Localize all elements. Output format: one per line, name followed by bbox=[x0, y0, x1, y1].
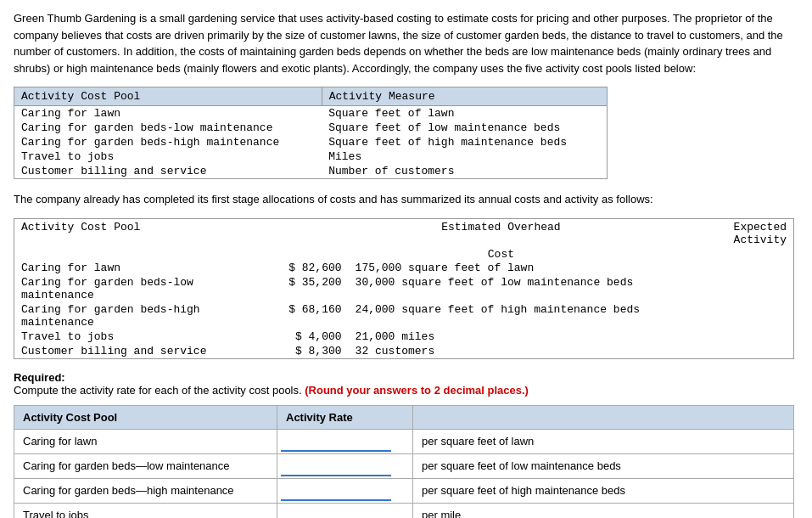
activity-rate-input-2[interactable] bbox=[281, 481, 391, 501]
activity-rate-input-1[interactable] bbox=[281, 456, 391, 476]
table-row: Caring for garden beds-low maintenance $… bbox=[14, 275, 794, 302]
table-row: Travel to jobsMiles bbox=[14, 149, 608, 164]
unit-cell-0: per square feet of lawn bbox=[413, 429, 794, 453]
required-text: Compute the activity rate for each of th… bbox=[14, 384, 302, 397]
activity-cost-pool-table: Activity Cost Pool Activity Measure Cari… bbox=[14, 87, 608, 179]
pool-cell-2: Caring for garden beds—high maintenance bbox=[14, 478, 277, 503]
unit-cell-2: per square feet of high maintenance beds bbox=[413, 478, 794, 503]
table-row: Caring for garden beds-low maintenanceSq… bbox=[14, 121, 608, 135]
required-label: Required: bbox=[14, 371, 65, 384]
table-row: Caring for garden beds-high maintenance … bbox=[14, 302, 794, 329]
table1-header-pool: Activity Cost Pool bbox=[14, 87, 322, 106]
table-row: Caring for garden beds—high maintenance … bbox=[14, 478, 794, 503]
table1-header-measure: Activity Measure bbox=[322, 87, 607, 106]
table-row: Caring for lawn $ 82,600 175,000 square … bbox=[14, 261, 794, 275]
estimated-overhead-table: Activity Cost Pool Estimated Overhead Ex… bbox=[14, 218, 794, 359]
required-section: Required: Compute the activity rate for … bbox=[14, 371, 798, 397]
unit-cell-1: per square feet of low maintenance beds bbox=[413, 453, 794, 478]
rate-input-cell-3[interactable] bbox=[277, 503, 413, 518]
table3-header-pool: Activity Cost Pool bbox=[14, 405, 277, 429]
table2-col2-sub: Cost bbox=[275, 248, 726, 261]
rate-input-cell-0[interactable] bbox=[277, 429, 413, 453]
pool-cell-1: Caring for garden beds—low maintenance bbox=[14, 453, 277, 478]
activity-rate-input-3[interactable] bbox=[281, 505, 391, 519]
required-bold: (Round your answers to 2 decimal places.… bbox=[305, 384, 529, 397]
pool-cell-3: Travel to jobs bbox=[14, 503, 277, 518]
middle-text: The company already has completed its fi… bbox=[14, 191, 798, 208]
table2-col1-header: Activity Cost Pool bbox=[14, 218, 276, 248]
table-row: Caring for garden beds-high maintenanceS… bbox=[14, 135, 608, 149]
table-row: Caring for lawn per square feet of lawn bbox=[14, 429, 794, 453]
table2-col3-header: Expected Activity bbox=[727, 218, 794, 248]
intro-paragraph: Green Thumb Gardening is a small gardeni… bbox=[14, 10, 798, 76]
table-row: Travel to jobs $ 4,000 21,000 miles bbox=[14, 329, 794, 344]
rate-input-cell-1[interactable] bbox=[277, 453, 413, 478]
unit-cell-3: per mile bbox=[413, 503, 794, 518]
table3-header-unit bbox=[413, 405, 794, 429]
activity-rate-input-0[interactable] bbox=[281, 431, 391, 452]
table-row: Caring for lawnSquare feet of lawn bbox=[14, 106, 608, 121]
pool-cell-0: Caring for lawn bbox=[14, 429, 277, 453]
activity-rate-table: Activity Cost Pool Activity Rate Caring … bbox=[14, 405, 794, 519]
table-row: Travel to jobs per mile bbox=[14, 503, 794, 518]
table3-header-rate: Activity Rate bbox=[277, 405, 413, 429]
table-row: Customer billing and service $ 8,300 32 … bbox=[14, 344, 794, 359]
table-row: Customer billing and serviceNumber of cu… bbox=[14, 164, 608, 179]
rate-input-cell-2[interactable] bbox=[277, 478, 413, 503]
table2-col2-header: Estimated Overhead bbox=[275, 218, 726, 248]
table-row: Caring for garden beds—low maintenance p… bbox=[14, 453, 794, 478]
